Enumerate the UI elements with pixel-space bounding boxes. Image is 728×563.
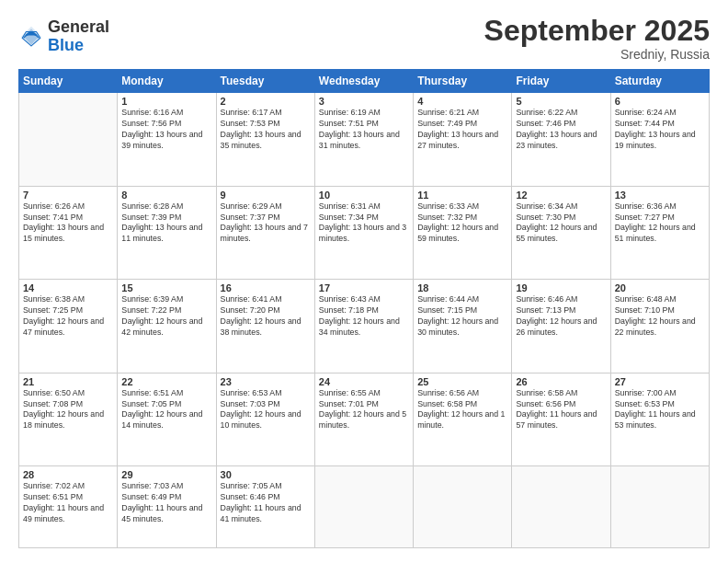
sunrise-text: Sunrise: 6:43 AM xyxy=(319,294,381,304)
daylight-text: Daylight: 13 hours and 23 minutes. xyxy=(516,130,597,150)
sunrise-text: Sunrise: 6:56 AM xyxy=(417,388,479,397)
sunset-text: Sunset: 6:46 PM xyxy=(221,492,280,501)
logo: General Blue xyxy=(18,18,109,55)
day-number: 17 xyxy=(319,282,409,293)
table-row xyxy=(19,93,118,187)
sunrise-text: Sunrise: 6:33 AM xyxy=(417,201,479,211)
day-info: Sunrise: 6:31 AMSunset: 7:34 PMDaylight:… xyxy=(319,201,409,246)
daylight-text: Daylight: 11 hours and 49 minutes. xyxy=(23,503,104,523)
day-number: 8 xyxy=(121,190,211,201)
daylight-text: Daylight: 13 hours and 27 minutes. xyxy=(417,130,498,150)
day-info: Sunrise: 6:46 AMSunset: 7:13 PMDaylight:… xyxy=(516,294,606,339)
sunset-text: Sunset: 7:53 PM xyxy=(221,119,280,128)
day-info: Sunrise: 6:43 AMSunset: 7:18 PMDaylight:… xyxy=(319,294,409,339)
day-info: Sunrise: 6:24 AMSunset: 7:44 PMDaylight:… xyxy=(615,108,705,152)
sunrise-text: Sunrise: 6:31 AM xyxy=(319,201,381,211)
daylight-text: Daylight: 11 hours and 41 minutes. xyxy=(221,503,301,523)
table-row: 15Sunrise: 6:39 AMSunset: 7:22 PMDayligh… xyxy=(118,280,216,373)
col-tuesday: Tuesday xyxy=(216,70,314,93)
day-number: 6 xyxy=(615,96,705,107)
daylight-text: Daylight: 13 hours and 19 minutes. xyxy=(615,130,696,150)
table-row: 1Sunrise: 6:16 AMSunset: 7:56 PMDaylight… xyxy=(118,93,216,187)
sunrise-text: Sunrise: 7:00 AM xyxy=(615,388,677,397)
col-thursday: Thursday xyxy=(414,70,512,93)
day-number: 13 xyxy=(615,190,705,201)
title-block: September 2025 Sredniy, Russia xyxy=(484,15,710,62)
day-info: Sunrise: 6:34 AMSunset: 7:30 PMDaylight:… xyxy=(516,201,606,246)
day-number: 29 xyxy=(121,469,211,480)
day-info: Sunrise: 6:50 AMSunset: 7:08 PMDaylight:… xyxy=(23,388,113,432)
sunrise-text: Sunrise: 6:28 AM xyxy=(121,201,183,211)
table-row: 29Sunrise: 7:03 AMSunset: 6:49 PMDayligh… xyxy=(118,466,216,548)
daylight-text: Daylight: 12 hours and 30 minutes. xyxy=(417,316,498,337)
sunrise-text: Sunrise: 6:36 AM xyxy=(615,201,677,211)
day-info: Sunrise: 6:22 AMSunset: 7:46 PMDaylight:… xyxy=(516,108,606,152)
sunset-text: Sunset: 7:25 PM xyxy=(23,305,83,315)
day-info: Sunrise: 6:56 AMSunset: 6:58 PMDaylight:… xyxy=(417,388,507,432)
table-row: 30Sunrise: 7:05 AMSunset: 6:46 PMDayligh… xyxy=(216,466,314,548)
daylight-text: Daylight: 13 hours and 35 minutes. xyxy=(221,130,301,150)
sunset-text: Sunset: 7:01 PM xyxy=(319,399,379,408)
sunset-text: Sunset: 7:49 PM xyxy=(417,119,477,128)
sunrise-text: Sunrise: 6:48 AM xyxy=(615,294,677,304)
sunset-text: Sunset: 6:58 PM xyxy=(417,399,477,408)
daylight-text: Daylight: 12 hours and 14 minutes. xyxy=(121,409,202,430)
sunset-text: Sunset: 7:08 PM xyxy=(23,399,83,408)
sunset-text: Sunset: 7:44 PM xyxy=(615,119,675,128)
daylight-text: Daylight: 12 hours and 59 minutes. xyxy=(417,223,498,243)
col-monday: Monday xyxy=(118,70,216,93)
table-row: 2Sunrise: 6:17 AMSunset: 7:53 PMDaylight… xyxy=(216,93,314,187)
daylight-text: Daylight: 13 hours and 11 minutes. xyxy=(121,223,202,243)
daylight-text: Daylight: 12 hours and 38 minutes. xyxy=(221,316,301,337)
sunset-text: Sunset: 7:10 PM xyxy=(615,305,675,315)
day-info: Sunrise: 6:48 AMSunset: 7:10 PMDaylight:… xyxy=(615,294,705,339)
table-row: 11Sunrise: 6:33 AMSunset: 7:32 PMDayligh… xyxy=(414,186,512,280)
daylight-text: Daylight: 11 hours and 53 minutes. xyxy=(615,409,696,430)
sunrise-text: Sunrise: 6:50 AM xyxy=(23,388,85,397)
sunset-text: Sunset: 7:18 PM xyxy=(319,305,379,315)
daylight-text: Daylight: 13 hours and 31 minutes. xyxy=(319,130,400,150)
sunset-text: Sunset: 7:22 PM xyxy=(121,305,181,315)
day-info: Sunrise: 6:58 AMSunset: 6:56 PMDaylight:… xyxy=(516,388,606,432)
sunrise-text: Sunrise: 6:38 AM xyxy=(23,294,85,304)
day-info: Sunrise: 7:00 AMSunset: 6:53 PMDaylight:… xyxy=(615,388,705,432)
sunset-text: Sunset: 7:41 PM xyxy=(23,213,83,222)
sunrise-text: Sunrise: 6:21 AM xyxy=(417,108,479,117)
sunset-text: Sunset: 7:51 PM xyxy=(319,119,379,128)
calendar-header-row: Sunday Monday Tuesday Wednesday Thursday… xyxy=(19,70,710,93)
sunrise-text: Sunrise: 6:29 AM xyxy=(221,201,282,211)
sunrise-text: Sunrise: 6:44 AM xyxy=(417,294,479,304)
calendar-week-row: 14Sunrise: 6:38 AMSunset: 7:25 PMDayligh… xyxy=(19,280,710,373)
daylight-text: Daylight: 13 hours and 3 minutes. xyxy=(319,223,406,243)
day-number: 9 xyxy=(221,190,311,201)
calendar-week-row: 21Sunrise: 6:50 AMSunset: 7:08 PMDayligh… xyxy=(19,373,710,466)
table-row: 6Sunrise: 6:24 AMSunset: 7:44 PMDaylight… xyxy=(610,93,709,187)
table-row: 25Sunrise: 6:56 AMSunset: 6:58 PMDayligh… xyxy=(414,373,512,466)
day-number: 7 xyxy=(23,190,113,201)
daylight-text: Daylight: 13 hours and 39 minutes. xyxy=(121,130,202,150)
day-number: 26 xyxy=(516,376,606,387)
daylight-text: Daylight: 12 hours and 10 minutes. xyxy=(221,409,301,430)
table-row xyxy=(414,466,512,548)
daylight-text: Daylight: 12 hours and 5 minutes. xyxy=(319,409,406,430)
day-number: 1 xyxy=(121,96,211,107)
table-row: 3Sunrise: 6:19 AMSunset: 7:51 PMDaylight… xyxy=(314,93,413,187)
daylight-text: Daylight: 12 hours and 47 minutes. xyxy=(23,316,104,337)
day-info: Sunrise: 7:02 AMSunset: 6:51 PMDaylight:… xyxy=(23,481,113,525)
sunrise-text: Sunrise: 6:55 AM xyxy=(319,388,381,397)
table-row xyxy=(610,466,709,548)
daylight-text: Daylight: 12 hours and 1 minute. xyxy=(417,409,505,430)
sunrise-text: Sunrise: 6:19 AM xyxy=(319,108,381,117)
sunrise-text: Sunrise: 6:39 AM xyxy=(121,294,183,304)
logo-icon xyxy=(18,24,44,50)
table-row: 23Sunrise: 6:53 AMSunset: 7:03 PMDayligh… xyxy=(216,373,314,466)
sunrise-text: Sunrise: 6:46 AM xyxy=(516,294,577,304)
daylight-text: Daylight: 12 hours and 42 minutes. xyxy=(121,316,202,337)
day-info: Sunrise: 6:17 AMSunset: 7:53 PMDaylight:… xyxy=(221,108,311,152)
daylight-text: Daylight: 12 hours and 51 minutes. xyxy=(615,223,696,243)
table-row: 21Sunrise: 6:50 AMSunset: 7:08 PMDayligh… xyxy=(19,373,118,466)
sunset-text: Sunset: 7:56 PM xyxy=(121,119,181,128)
day-info: Sunrise: 6:29 AMSunset: 7:37 PMDaylight:… xyxy=(221,201,311,246)
day-info: Sunrise: 6:33 AMSunset: 7:32 PMDaylight:… xyxy=(417,201,507,246)
table-row: 19Sunrise: 6:46 AMSunset: 7:13 PMDayligh… xyxy=(512,280,610,373)
